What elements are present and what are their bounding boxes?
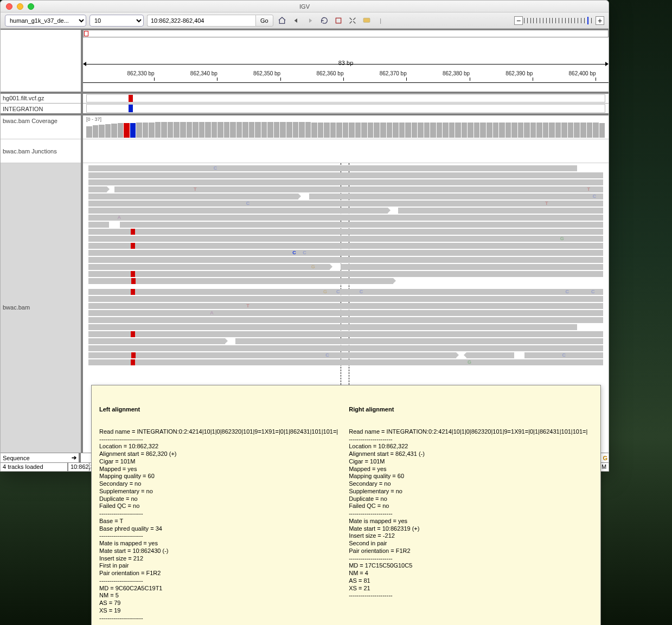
position-cell: 10:862,3 (68, 463, 89, 471)
fit-icon[interactable] (347, 15, 358, 26)
read[interactable] (88, 222, 110, 228)
read[interactable] (88, 345, 604, 351)
read[interactable] (120, 222, 603, 228)
zoom-slider[interactable]: − + (514, 16, 604, 25)
read[interactable]: TT (114, 186, 603, 192)
read[interactable] (88, 296, 604, 302)
tooltip-left-title: Left alignment (99, 406, 338, 414)
tooltip-left-col: Left alignment Read name = INTEGRATION:0… (99, 391, 338, 625)
vcf-track[interactable] (83, 94, 609, 104)
vcf-track-name[interactable]: hg001.filt.vcf.gz (1, 94, 81, 104)
read[interactable] (88, 179, 604, 185)
integration-mark[interactable] (129, 105, 133, 112)
zoom-ticks[interactable] (524, 16, 594, 25)
span-label: 83 bp (83, 60, 609, 66)
read[interactable] (88, 257, 604, 263)
read[interactable]: G (88, 264, 330, 270)
read[interactable] (88, 194, 299, 199)
read[interactable] (88, 324, 577, 330)
read[interactable]: CT (88, 201, 604, 207)
read[interactable]: TG (88, 359, 604, 365)
refresh-icon[interactable] (319, 15, 330, 26)
read[interactable] (235, 338, 603, 344)
read[interactable] (341, 264, 604, 270)
position-axis: 862,330 bp 862,340 bp 862,350 bp 862,360… (83, 70, 609, 92)
alignment-track-name[interactable]: bwac.bam (1, 163, 81, 453)
variant-mark[interactable] (129, 95, 133, 102)
read[interactable] (466, 352, 514, 358)
read[interactable]: T (88, 278, 393, 284)
tooltip-right-title: Right alignment (349, 406, 587, 414)
read[interactable] (88, 172, 604, 178)
read[interactable] (88, 186, 107, 192)
read[interactable] (88, 317, 604, 323)
svg-rect-0 (336, 18, 341, 23)
coverage-track[interactable]: [0 - 37] (83, 115, 609, 139)
tooltip-icon[interactable] (361, 15, 372, 26)
read[interactable]: C (88, 165, 577, 171)
read[interactable]: A (88, 310, 604, 316)
read[interactable] (88, 208, 388, 214)
read[interactable]: C (524, 352, 603, 358)
chromosome-select[interactable]: 10 (89, 15, 144, 27)
locus-box: Go (147, 15, 273, 27)
back-icon[interactable] (291, 15, 302, 26)
strand-arrow-icon[interactable]: ➔ (72, 454, 76, 461)
zoom-in-button[interactable]: + (596, 16, 604, 25)
go-button[interactable]: Go (255, 15, 273, 27)
read[interactable]: CC (88, 250, 604, 256)
read[interactable] (398, 208, 603, 214)
overview-name-blank (1, 30, 81, 94)
toolbar: human_g1k_v37_de... 10 Go | − + (1, 12, 609, 29)
read[interactable]: T (88, 331, 604, 337)
track-name-panel: hg001.filt.vcf.gz INTEGRATION bwac.bam C… (1, 30, 83, 453)
read[interactable]: TGCCCC (88, 289, 604, 295)
coverage-track-name[interactable]: bwac.bam Coverage (1, 115, 81, 139)
read[interactable]: T (88, 303, 604, 309)
read[interactable] (88, 338, 225, 344)
tracks-loaded-label: 4 tracks loaded (1, 463, 68, 471)
tooltip-right-col: Right alignment Read name = INTEGRATION:… (349, 391, 587, 625)
locus-input[interactable] (147, 15, 255, 27)
read[interactable]: T (88, 271, 604, 277)
forward-icon[interactable] (305, 15, 316, 26)
sep-icon: | (375, 15, 386, 26)
sequence-label: Sequence (3, 455, 30, 461)
window-title: IGV (1, 3, 609, 10)
coverage-bars (86, 119, 605, 138)
junctions-track[interactable] (83, 139, 609, 163)
junctions-track-name[interactable]: bwac.bam Junctions (1, 139, 81, 163)
region-icon[interactable] (333, 15, 344, 26)
read-tooltip: Left alignment Read name = INTEGRATION:0… (91, 385, 601, 625)
integration-track[interactable] (83, 104, 609, 115)
svg-rect-1 (363, 18, 370, 22)
view-indicator (84, 31, 88, 36)
read[interactable]: T (88, 243, 604, 249)
home-icon[interactable] (277, 15, 287, 26)
integration-track-name[interactable]: INTEGRATION (1, 104, 81, 115)
read[interactable]: TC (88, 352, 456, 358)
titlebar[interactable]: IGV (1, 1, 609, 12)
read[interactable]: C (309, 194, 604, 199)
overview-panel[interactable]: 83 bp 862,330 bp 862,340 bp 862,350 bp 8… (83, 30, 609, 94)
read[interactable]: G (88, 236, 604, 242)
read[interactable]: A (88, 215, 604, 221)
genome-select[interactable]: human_g1k_v37_de... (5, 15, 86, 27)
chromosome-ideogram[interactable] (83, 30, 609, 37)
sequence-label-cell[interactable]: Sequence ➔ (1, 453, 81, 462)
zoom-out-button[interactable]: − (514, 16, 523, 25)
read[interactable]: T (88, 229, 604, 235)
